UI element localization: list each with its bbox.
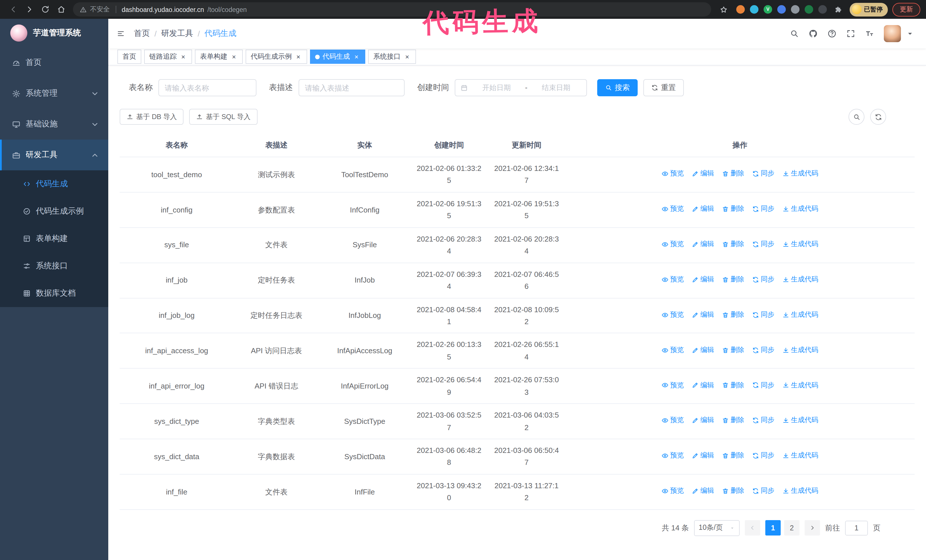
extension-icon-6[interactable] [805,5,813,14]
sidebar-subitem-db-doc[interactable]: 数据库文档 [0,280,108,307]
sync-link[interactable]: 同步 [752,239,775,250]
edit-link[interactable]: 编辑 [692,203,714,215]
search-button[interactable]: 搜索 [597,79,638,96]
preview-link[interactable]: 预览 [661,239,684,250]
breadcrumb-item-0[interactable]: 首页 [134,29,150,39]
table-name-input[interactable] [159,79,256,96]
logo[interactable]: 芋道管理系统 [0,19,108,47]
preview-link[interactable]: 预览 [661,344,684,356]
edit-link[interactable]: 编辑 [692,450,714,462]
preview-link[interactable]: 预览 [661,309,684,321]
preview-link[interactable]: 预览 [661,450,684,462]
sidebar-item-dev-tools[interactable]: 研发工具 [0,140,108,171]
delete-link[interactable]: 删除 [722,203,744,215]
generate-link[interactable]: 生成代码 [782,239,818,250]
sidebar-item-home[interactable]: 首页 [0,47,108,78]
browser-update-button[interactable]: 更新 [893,3,920,16]
generate-link[interactable]: 生成代码 [782,415,818,426]
edit-link[interactable]: 编辑 [692,168,714,180]
page-button-1[interactable]: 1 [765,521,781,536]
reset-button[interactable]: 重置 [643,79,684,96]
generate-link[interactable]: 生成代码 [782,203,818,215]
sidebar-subitem-codegen-example[interactable]: 代码生成示例 [0,198,108,225]
sync-link[interactable]: 同步 [752,415,775,426]
browser-back-button[interactable] [6,2,21,17]
generate-link[interactable]: 生成代码 [782,309,818,321]
user-avatar[interactable] [884,25,901,42]
tab-close-icon[interactable]: × [295,53,302,60]
preview-link[interactable]: 预览 [661,203,684,215]
sidebar-subitem-system-api[interactable]: 系统接口 [0,252,108,280]
goto-page-input[interactable] [845,521,868,536]
breadcrumb-item-1[interactable]: 研发工具 [161,29,193,39]
toggle-search-button[interactable] [849,109,864,125]
end-date-placeholder[interactable]: 结束日期 [531,83,581,92]
profile-paused-badge[interactable]: 已暂停 [850,3,888,16]
bookmark-star-icon[interactable] [720,5,728,14]
breadcrumb-item-2[interactable]: 代码生成 [204,29,236,39]
font-size-icon[interactable] [865,29,874,38]
edit-link[interactable]: 编辑 [692,344,714,356]
sync-link[interactable]: 同步 [752,485,775,497]
preview-link[interactable]: 预览 [661,168,684,180]
delete-link[interactable]: 删除 [722,239,744,250]
date-range-picker[interactable]: 开始日期 - 结束日期 [455,79,587,96]
tab-home[interactable]: 首页 [117,50,141,64]
sidebar-item-system[interactable]: 系统管理 [0,78,108,109]
edit-link[interactable]: 编辑 [692,380,714,391]
edit-link[interactable]: 编辑 [692,309,714,321]
help-icon[interactable] [828,29,837,38]
preview-link[interactable]: 预览 [661,485,684,497]
page-button-2[interactable]: 2 [784,521,799,536]
github-icon[interactable] [809,29,818,38]
sidebar-item-infra[interactable]: 基础设施 [0,109,108,140]
extension-icon-5[interactable] [791,5,799,14]
extension-icon-7[interactable] [818,5,827,14]
extension-icon-3[interactable]: V [764,5,772,14]
generate-link[interactable]: 生成代码 [782,450,818,462]
preview-link[interactable]: 预览 [661,415,684,426]
tab-codegen-example[interactable]: 代码生成示例× [246,50,307,64]
delete-link[interactable]: 删除 [722,485,744,497]
delete-link[interactable]: 删除 [722,168,744,180]
sync-link[interactable]: 同步 [752,168,775,180]
edit-link[interactable]: 编辑 [692,239,714,250]
generate-link[interactable]: 生成代码 [782,168,818,180]
table-refresh-button[interactable] [870,109,886,125]
menu-fold-icon[interactable] [117,30,125,38]
next-page-button[interactable] [805,521,820,536]
address-bar[interactable]: 不安全 dashboard.yudao.iocoder.cn/tool/code… [73,2,711,17]
preview-link[interactable]: 预览 [661,380,684,391]
delete-link[interactable]: 删除 [722,415,744,426]
sidebar-subitem-codegen[interactable]: 代码生成 [0,171,108,198]
preview-link[interactable]: 预览 [661,274,684,285]
browser-reload-button[interactable] [38,2,53,17]
generate-link[interactable]: 生成代码 [782,274,818,285]
prev-page-button[interactable] [745,521,760,536]
sync-link[interactable]: 同步 [752,450,775,462]
tab-close-icon[interactable]: × [353,53,360,60]
user-menu-caret-icon[interactable] [905,29,915,38]
tab-close-icon[interactable]: × [180,53,187,60]
generate-link[interactable]: 生成代码 [782,380,818,391]
delete-link[interactable]: 删除 [722,450,744,462]
sync-link[interactable]: 同步 [752,380,775,391]
tab-form-build[interactable]: 表单构建× [195,50,243,64]
delete-link[interactable]: 删除 [722,344,744,356]
edit-link[interactable]: 编辑 [692,485,714,497]
sync-link[interactable]: 同步 [752,309,775,321]
generate-link[interactable]: 生成代码 [782,485,818,497]
edit-link[interactable]: 编辑 [692,415,714,426]
tab-codegen[interactable]: 代码生成× [310,50,365,64]
header-search-icon[interactable] [790,29,799,38]
sync-link[interactable]: 同步 [752,344,775,356]
tab-system-api[interactable]: 系统接口× [368,50,416,64]
tab-close-icon[interactable]: × [230,53,238,60]
page-size-select[interactable]: 10条/页 [694,520,740,536]
fullscreen-icon[interactable] [846,29,855,38]
browser-forward-button[interactable] [22,2,36,17]
browser-home-button[interactable] [54,2,68,17]
table-desc-input[interactable] [299,79,405,96]
import-sql-button[interactable]: 基于 SQL 导入 [189,109,257,125]
extension-icon-1[interactable] [736,5,745,14]
